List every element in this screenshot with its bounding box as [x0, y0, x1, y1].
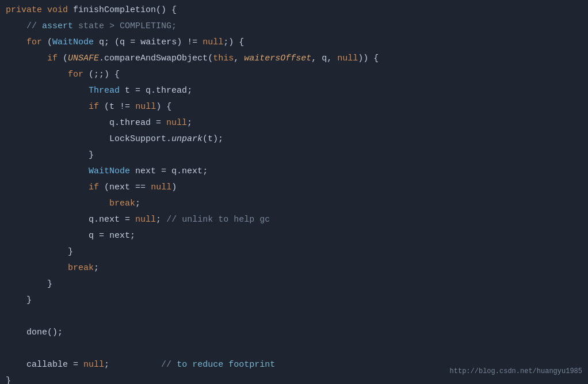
code-line-1: private void finishCompletion() {	[0, 2, 588, 18]
code-line-2: // assert state > COMPLETING;	[0, 18, 588, 35]
code-line-4: if (UNSAFE.compareAndSwapObject(this, wa…	[0, 51, 588, 67]
code-line-17: break;	[0, 260, 588, 276]
code-line-13: break;	[0, 196, 588, 212]
code-viewer: private void finishCompletion() { // ass…	[0, 0, 588, 384]
code-line-3: for (WaitNode q; (q = waiters) != null;)…	[0, 35, 588, 51]
code-line-9: LockSupport.unpark(t);	[0, 131, 588, 147]
code-line-18: }	[0, 276, 588, 292]
code-line-5: for (;;) {	[0, 67, 588, 83]
code-line-6: Thread t = q.thread;	[0, 83, 588, 99]
code-line-15: q = next;	[0, 228, 588, 244]
code-line-7: if (t != null) {	[0, 99, 588, 115]
code-line-16: }	[0, 244, 588, 260]
code-line-10: }	[0, 147, 588, 164]
code-line-22	[0, 341, 588, 357]
code-line-8: q.thread = null;	[0, 115, 588, 131]
code-line-21: done();	[0, 325, 588, 341]
code-line-11: WaitNode next = q.next;	[0, 164, 588, 180]
code-line-12: if (next == null)	[0, 180, 588, 196]
code-line-20	[0, 309, 588, 325]
attribution-url: http://blog.csdn.net/huangyu1985	[450, 363, 582, 379]
code-line-19: }	[0, 292, 588, 309]
code-line-14: q.next = null; // unlink to help gc	[0, 212, 588, 228]
